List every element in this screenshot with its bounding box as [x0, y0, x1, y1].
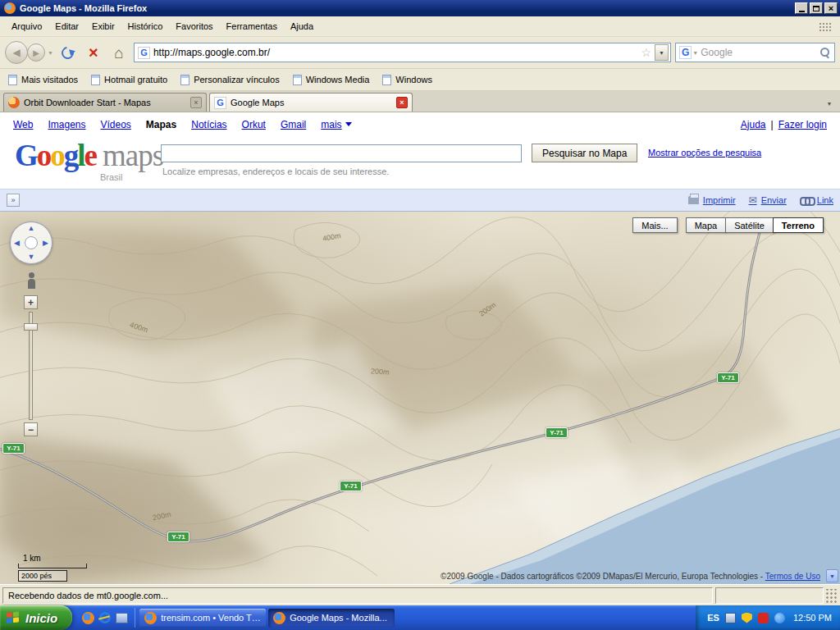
- tray-antivirus-icon[interactable]: [758, 613, 769, 623]
- maximize-button[interactable]: [810, 2, 823, 14]
- link-gmail[interactable]: Gmail: [281, 119, 306, 130]
- pan-left-icon[interactable]: ◀: [14, 240, 20, 247]
- link-orkut[interactable]: Orkut: [242, 119, 266, 130]
- resize-grip[interactable]: [826, 589, 838, 604]
- search-engine-dropdown[interactable]: ▼: [692, 50, 698, 56]
- home-button[interactable]: ⌂: [108, 41, 130, 64]
- link-fazer-login[interactable]: Fazer login: [778, 119, 827, 130]
- bookmark-windows[interactable]: Windows: [382, 75, 432, 85]
- expand-panel-button[interactable]: »: [7, 194, 20, 207]
- bookmark-label: Windows: [395, 75, 432, 84]
- language-indicator[interactable]: ES: [707, 613, 719, 623]
- stop-button[interactable]: ×: [83, 41, 104, 64]
- close-button[interactable]: ×: [824, 2, 838, 14]
- scale-feet-label: 2000 pés: [18, 570, 67, 582]
- bookmark-star-icon[interactable]: ☆: [641, 46, 651, 59]
- menu-arquivo[interactable]: Arquivo: [5, 18, 48, 34]
- search-options-link[interactable]: Mostrar opções de pesquisa: [648, 148, 761, 158]
- quicklaunch-show-desktop-icon[interactable]: [116, 613, 128, 623]
- pegman-head: [29, 272, 34, 278]
- search-engine-icon[interactable]: G: [679, 46, 692, 59]
- tab-orbit-downloader[interactable]: Orbit Downloader Start - Mapas ×: [3, 93, 207, 112]
- map-type-terreno[interactable]: Terreno: [773, 217, 824, 233]
- reload-button[interactable]: [57, 41, 79, 64]
- link-imagens[interactable]: Imagens: [48, 119, 85, 130]
- quick-launch: [75, 608, 135, 628]
- list-all-tabs-button[interactable]: ▼: [822, 95, 837, 112]
- map-canvas[interactable]: Y-71 Y-71 Y-71 Y-71 Y-71 400m 400m 200m …: [0, 212, 840, 584]
- pan-control[interactable]: ▲ ▼ ◀ ▶: [10, 221, 52, 264]
- zoom-in-button[interactable]: +: [24, 295, 38, 309]
- quicklaunch-firefox-icon[interactable]: [82, 612, 94, 624]
- search-magnifier-icon[interactable]: [819, 47, 831, 58]
- task-google-maps[interactable]: Google Maps - Mozilla...: [268, 609, 395, 628]
- menu-exibir[interactable]: Exibir: [85, 18, 121, 34]
- terms-link[interactable]: Termos de Uso: [765, 572, 820, 581]
- stop-icon: ×: [89, 44, 98, 61]
- window-titlebar[interactable]: Google Maps - Mozilla Firefox ×: [0, 0, 840, 16]
- web-search-input[interactable]: [701, 47, 817, 58]
- google-favicon: G: [138, 47, 150, 59]
- tray-security-shield-icon[interactable]: [742, 613, 752, 623]
- firefox-icon: [273, 612, 285, 624]
- link-ajuda[interactable]: Ajuda: [741, 119, 766, 130]
- quicklaunch-ie-icon[interactable]: [99, 612, 111, 623]
- logo-letter: o: [37, 139, 51, 172]
- logo-letter: l: [77, 139, 84, 172]
- link-web[interactable]: Web: [13, 119, 33, 130]
- reload-icon: [59, 44, 76, 62]
- map-type-mapa[interactable]: Mapa: [686, 217, 727, 233]
- url-bar[interactable]: G ☆ ▼: [134, 43, 671, 62]
- pan-up-icon[interactable]: ▲: [28, 225, 35, 232]
- map-type-satelite[interactable]: Satélite: [725, 217, 774, 233]
- menu-ferramentas[interactable]: Ferramentas: [220, 18, 284, 34]
- tab-close-button[interactable]: ×: [396, 97, 408, 108]
- zoom-out-button[interactable]: −: [24, 422, 38, 436]
- tab-close-button[interactable]: ×: [190, 97, 202, 108]
- bookmarks-toolbar: Mais visitados Hotmail gratuito Personal…: [0, 69, 840, 91]
- forward-icon: ▶: [33, 48, 39, 57]
- menu-historico[interactable]: Histórico: [121, 18, 170, 34]
- link-noticias[interactable]: Notícias: [191, 119, 226, 130]
- street-view-pegman[interactable]: [26, 272, 36, 290]
- link-videos[interactable]: Vídeos: [101, 119, 131, 130]
- more-button[interactable]: Mais...: [632, 217, 677, 233]
- menu-editar[interactable]: Editar: [48, 18, 85, 34]
- road-shield-y71: Y-71: [340, 481, 362, 491]
- menu-favoritos[interactable]: Favoritos: [169, 18, 219, 34]
- search-box[interactable]: G ▼: [675, 43, 835, 62]
- bookmark-hotmail[interactable]: Hotmail gratuito: [91, 75, 167, 85]
- bookmark-windows-media[interactable]: Windows Media: [293, 75, 370, 85]
- pan-right-icon[interactable]: ▶: [43, 240, 48, 247]
- taskbar-clock[interactable]: 12:50 PM: [793, 613, 832, 623]
- link-link[interactable]: Link: [800, 195, 833, 205]
- print-link[interactable]: Imprimir: [688, 195, 736, 205]
- bookmark-mais-visitados[interactable]: Mais visitados: [8, 75, 78, 85]
- send-link[interactable]: ✉Enviar: [749, 195, 787, 205]
- close-icon: ×: [829, 4, 833, 12]
- chevron-down-icon: [345, 122, 352, 130]
- bookmark-personalizar[interactable]: Personalizar vínculos: [180, 75, 280, 85]
- url-dropdown-button[interactable]: ▼: [655, 44, 669, 61]
- scrollbar-down-button[interactable]: ▼: [826, 569, 838, 582]
- back-button[interactable]: ◀: [5, 41, 28, 64]
- link-mais[interactable]: mais: [321, 119, 351, 130]
- bookmark-icon: [8, 75, 17, 85]
- pan-down-icon[interactable]: ▼: [28, 253, 35, 261]
- url-input[interactable]: [153, 47, 638, 58]
- tray-update-icon[interactable]: [774, 613, 785, 623]
- tray-network-icon[interactable]: [725, 613, 736, 623]
- tab-google-maps[interactable]: G Google Maps ×: [209, 93, 413, 112]
- zoom-slider-handle[interactable]: [24, 323, 38, 331]
- minimize-button[interactable]: [795, 2, 808, 14]
- history-dropdown[interactable]: ▼: [48, 50, 53, 56]
- tab-bar: Orbit Downloader Start - Mapas × G Googl…: [0, 91, 840, 112]
- task-trensim[interactable]: trensim.com • Vendo Tóp...: [139, 609, 266, 628]
- forward-button[interactable]: ▶: [27, 43, 45, 62]
- pan-hand-icon[interactable]: [25, 236, 38, 249]
- scale-bar: [18, 564, 87, 568]
- menu-ajuda[interactable]: Ajuda: [284, 18, 320, 34]
- start-button[interactable]: Inicio: [0, 605, 72, 630]
- map-search-input[interactable]: [161, 144, 522, 162]
- search-map-button[interactable]: Pesquisar no Mapa: [532, 144, 637, 162]
